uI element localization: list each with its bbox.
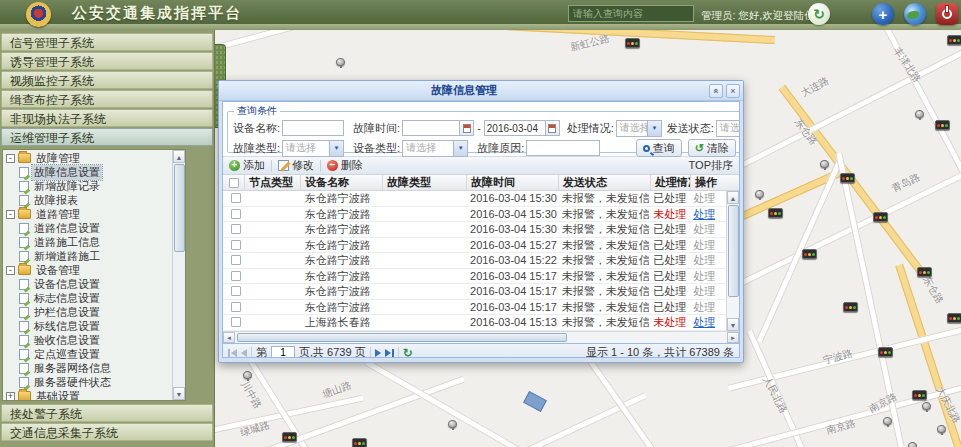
page-number-input[interactable] — [271, 346, 295, 359]
camera-marker[interactable] — [908, 442, 917, 447]
table-row[interactable]: 上海路长春路2016-03-04 15:13:45未报警，未发短信未处理处理 — [223, 315, 726, 331]
power-icon[interactable] — [936, 3, 958, 25]
horizontal-scroll-thumb[interactable] — [237, 333, 567, 342]
camera-marker[interactable] — [883, 417, 892, 425]
row-checkbox[interactable] — [231, 209, 241, 219]
camera-marker[interactable] — [922, 402, 931, 410]
tree-item-12[interactable]: 护栏信息设置 — [3, 305, 172, 319]
close-window-icon[interactable]: × — [726, 84, 740, 98]
table-row[interactable]: 东仓路宁波路2016-03-04 15:17:01未报警，未发短信已处理处理 — [223, 284, 726, 300]
traffic-light-marker[interactable] — [843, 302, 858, 312]
tree-toggle-icon[interactable]: - — [6, 154, 15, 163]
date-picker-from-icon[interactable] — [460, 120, 474, 136]
row-checkbox[interactable] — [231, 240, 241, 250]
table-row[interactable]: 东仓路宁波路2016-03-04 15:30:00未报警，未发短信已处理处理 — [223, 191, 726, 207]
select-all-checkbox[interactable] — [229, 178, 239, 188]
prev-page-button[interactable] — [241, 349, 247, 357]
column-header-5[interactable]: 发送状态 — [559, 175, 651, 190]
scroll-down-icon[interactable]: ▼ — [173, 387, 185, 400]
next-page-button[interactable] — [375, 349, 381, 357]
date-picker-to-icon[interactable] — [546, 120, 560, 136]
traffic-light-marker[interactable] — [917, 267, 932, 277]
sidebar-item-bottom-2[interactable]: 交通信息采集子系统 — [1, 423, 213, 441]
sidebar-item-2[interactable]: 诱导管理子系统 — [1, 52, 213, 70]
header-search-input[interactable] — [568, 5, 694, 22]
tree-item-8[interactable]: 新增道路施工 — [3, 249, 172, 263]
sidebar-item-4[interactable]: 缉查布控子系统 — [1, 90, 213, 108]
table-row[interactable]: 东仓路宁波路2016-03-04 15:27:00未报警，未发短信已处理处理 — [223, 238, 726, 254]
clear-button[interactable]: ↺ 清除 — [688, 139, 736, 157]
row-checkbox[interactable] — [231, 271, 241, 281]
table-row[interactable]: 东仓路宁波路2016-03-04 15:22:50未报警，未发短信已处理处理 — [223, 253, 726, 269]
camera-marker[interactable] — [755, 190, 764, 198]
add-record-button[interactable]: + 添加 — [223, 157, 271, 174]
tree-item-7[interactable]: 道路施工信息 — [3, 235, 172, 249]
tree-toggle-icon[interactable]: - — [6, 210, 15, 219]
device-name-input[interactable] — [282, 120, 344, 136]
collapse-window-icon[interactable]: « — [709, 84, 723, 98]
row-checkbox[interactable] — [231, 193, 241, 203]
delete-record-button[interactable]: − 删除 — [321, 157, 369, 174]
last-page-button[interactable] — [385, 349, 394, 357]
apps-grid-icon[interactable] — [840, 3, 862, 25]
traffic-light-marker[interactable] — [947, 313, 961, 323]
camera-marker[interactable] — [336, 58, 345, 66]
search-button[interactable]: 查询 — [636, 139, 682, 157]
fault-time-to-input[interactable] — [484, 120, 546, 136]
tree-toggle-icon[interactable]: + — [6, 392, 15, 401]
tree-item-1[interactable]: -故障管理 — [3, 151, 172, 165]
traffic-light-marker[interactable] — [935, 120, 950, 130]
tree-item-3[interactable]: 新增故障记录 — [3, 179, 172, 193]
handle-status-select[interactable]: 请选择 ▼ — [616, 120, 662, 137]
table-row[interactable]: 东仓路宁波路2016-03-04 15:30:00未报警，未发短信未处理处理 — [223, 207, 726, 223]
tree-item-16[interactable]: 服务器网络信息 — [3, 361, 172, 375]
table-row[interactable]: 东仓路宁波路2016-03-04 15:17:01未报警，未发短信已处理处理 — [223, 269, 726, 285]
sidebar-item-3[interactable]: 视频监控子系统 — [1, 71, 213, 89]
handle-action-link[interactable]: 处理 — [693, 316, 715, 328]
traffic-light-marker[interactable] — [947, 35, 961, 45]
column-header-3[interactable]: 故障类型 — [383, 175, 467, 190]
window-titlebar[interactable]: 故障信息管理 « × — [219, 81, 743, 101]
scroll-right-icon[interactable]: ► — [727, 332, 739, 343]
globe-icon[interactable] — [904, 3, 926, 25]
first-page-button[interactable] — [228, 349, 237, 357]
row-checkbox[interactable] — [231, 317, 241, 327]
scroll-down-icon[interactable]: ▼ — [727, 318, 739, 331]
scroll-up-icon[interactable]: ▲ — [727, 191, 739, 204]
camera-marker[interactable] — [448, 420, 457, 428]
table-row[interactable]: 东仓路宁波路2016-03-04 15:17:01未报警，未发短信已处理处理 — [223, 300, 726, 316]
top-sort-link[interactable]: TOP排序 — [689, 158, 733, 173]
tree-item-9[interactable]: -设备管理 — [3, 263, 172, 277]
scroll-left-icon[interactable]: ◄ — [223, 332, 235, 343]
sidebar-item-1[interactable]: 信号管理子系统 — [1, 33, 213, 51]
tree-item-13[interactable]: 标线信息设置 — [3, 319, 172, 333]
tree-item-11[interactable]: 标志信息设置 — [3, 291, 172, 305]
send-status-select[interactable]: 请选择 ▼ — [716, 120, 740, 137]
column-header-4[interactable]: 故障时间 — [467, 175, 559, 190]
column-header-1[interactable]: 节点类型 — [245, 175, 301, 190]
column-header-2[interactable]: 设备名称 — [301, 175, 383, 190]
traffic-light-marker[interactable] — [912, 390, 927, 400]
handle-action-link[interactable]: 处理 — [693, 208, 715, 220]
traffic-light-marker[interactable] — [625, 38, 640, 48]
camera-marker[interactable] — [937, 425, 946, 433]
tree-toggle-icon[interactable]: - — [6, 266, 15, 275]
tree-item-6[interactable]: 道路信息设置 — [3, 221, 172, 235]
row-checkbox[interactable] — [231, 224, 241, 234]
table-row[interactable]: 东仓路宁波路2016-03-04 15:30:00未报警，未发短信已处理处理 — [223, 222, 726, 238]
sidebar-item-6[interactable]: 运维管理子系统 — [1, 128, 213, 146]
tree-item-10[interactable]: 设备信息设置 — [3, 277, 172, 291]
row-checkbox[interactable] — [231, 302, 241, 312]
tree-item-14[interactable]: 验收信息设置 — [3, 333, 172, 347]
add-icon[interactable]: + — [872, 3, 894, 25]
tree-item-2[interactable]: 故障信息设置 — [3, 165, 172, 179]
tree-item-15[interactable]: 定点巡查设置 — [3, 347, 172, 361]
column-header-6[interactable]: 处理情况 — [651, 175, 691, 190]
camera-marker[interactable] — [243, 371, 252, 379]
camera-marker[interactable] — [820, 160, 829, 168]
fault-type-select[interactable]: 请选择 ▼ — [282, 140, 344, 157]
sidebar-item-5[interactable]: 非现场执法子系统 — [1, 109, 213, 127]
fault-time-from-input[interactable] — [402, 120, 460, 136]
modify-record-button[interactable]: 修改 — [272, 157, 320, 174]
tree-scroll-thumb[interactable] — [174, 164, 185, 252]
